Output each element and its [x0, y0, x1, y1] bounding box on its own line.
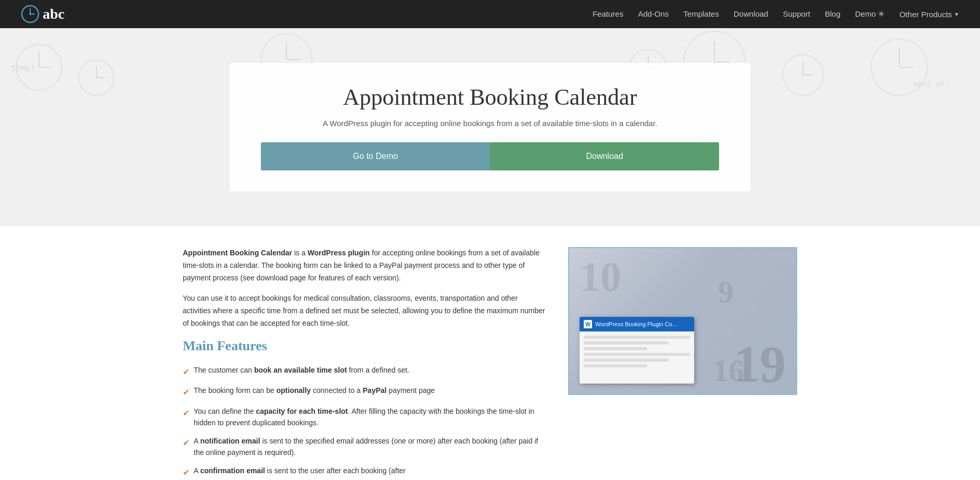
- feature-item-1: ✔ The customer can book an available tim…: [183, 364, 547, 379]
- nav-addons[interactable]: Add-Ons: [638, 9, 669, 18]
- download-button[interactable]: Download: [490, 142, 719, 170]
- feature-text-4: A notification email is sent to the spec…: [194, 435, 547, 459]
- check-icon-2: ✔: [183, 386, 190, 399]
- logo-icon: [21, 5, 40, 23]
- wp-line-3: [584, 347, 647, 350]
- nav-features[interactable]: Features: [593, 9, 623, 18]
- hero-content-box: Appointment Booking Calendar A WordPress…: [230, 63, 750, 191]
- feature-item-4: ✔ A notification email is sent to the sp…: [183, 435, 547, 459]
- wp-line-6: [584, 364, 647, 367]
- wp-line-1: [584, 336, 690, 339]
- navigation: abc Features Add-Ons Templates Download …: [0, 0, 980, 28]
- wp-browser-title: WordPress Booking Plugin Coll...: [595, 321, 679, 327]
- nav-other-products[interactable]: Other Products ▼: [899, 10, 959, 19]
- clock-decoration-2: [78, 59, 115, 96]
- chevron-down-icon: ▼: [954, 11, 959, 17]
- desc-bold-2: WordPress plugin: [308, 249, 370, 257]
- nav-links: Features Add-Ons Templates Download Supp…: [593, 9, 959, 19]
- feature-item-2: ✔ The booking form can be optionally con…: [183, 385, 547, 399]
- logo[interactable]: abc: [21, 5, 65, 23]
- clock-decoration-1: [16, 44, 62, 91]
- check-icon-1: ✔: [183, 365, 190, 379]
- check-icon-5: ✔: [183, 466, 190, 479]
- feature-text-1: The customer can book an available time …: [194, 364, 409, 376]
- nav-demo[interactable]: Demo ✳: [855, 9, 885, 18]
- clock-num-16: 16: [713, 353, 744, 389]
- hero-section: TIME! WAKE UP! Appointment Booking Calen…: [0, 28, 980, 226]
- clock-num-9: 9: [718, 274, 734, 310]
- demo-button[interactable]: Go to Demo: [261, 142, 490, 170]
- content-right: 10 9 19 16 W WordPress Booking Plugin Co…: [568, 247, 797, 480]
- feature-item-3: ✔ You can define the capacity for each t…: [183, 405, 547, 429]
- desc-bold-1: Appointment Booking Calendar: [183, 249, 292, 257]
- wp-line-2: [584, 341, 669, 344]
- nav-support[interactable]: Support: [783, 9, 810, 18]
- check-icon-4: ✔: [183, 436, 190, 450]
- hero-title: Appointment Booking Calendar: [261, 84, 719, 110]
- wp-browser-bar: W WordPress Booking Plugin Coll...: [580, 317, 694, 331]
- clock-num-10: 10: [580, 253, 621, 301]
- features-title: Main Features: [183, 338, 547, 354]
- description-para-1: Appointment Booking Calendar is a WordPr…: [183, 247, 547, 284]
- hero-subtitle: A WordPress plugin for accepting online …: [261, 119, 719, 128]
- wp-line-4: [584, 353, 690, 356]
- nav-download[interactable]: Download: [734, 9, 769, 18]
- hero-buttons: Go to Demo Download: [261, 142, 719, 170]
- feature-text-2: The booking form can be optionally conne…: [194, 385, 435, 396]
- nav-templates[interactable]: Templates: [683, 9, 719, 18]
- wp-line-5: [584, 359, 669, 362]
- logo-text: abc: [43, 6, 65, 22]
- screenshot-inner: 10 9 19 16 W WordPress Booking Plugin Co…: [569, 248, 796, 394]
- screenshot-box: 10 9 19 16 W WordPress Booking Plugin Co…: [568, 247, 797, 395]
- feature-text-3: You can define the capacity for each tim…: [194, 405, 547, 429]
- clock-decoration-3: [871, 39, 928, 96]
- feature-text-5: A confirmation email is sent to the user…: [194, 465, 406, 476]
- check-icon-3: ✔: [183, 407, 190, 420]
- wp-browser-body: [580, 331, 694, 384]
- main-content: Appointment Booking Calendar is a WordPr…: [152, 226, 828, 480]
- description-para-2: You can use it to accept bookings for me…: [183, 292, 547, 329]
- content-left: Appointment Booking Calendar is a WordPr…: [183, 247, 547, 480]
- nav-blog[interactable]: Blog: [825, 9, 840, 18]
- feature-item-5: ✔ A confirmation email is sent to the us…: [183, 465, 547, 479]
- wp-browser-card: W WordPress Booking Plugin Coll...: [580, 317, 694, 384]
- wp-logo: W: [584, 320, 592, 328]
- clock-decoration-4: [782, 54, 824, 96]
